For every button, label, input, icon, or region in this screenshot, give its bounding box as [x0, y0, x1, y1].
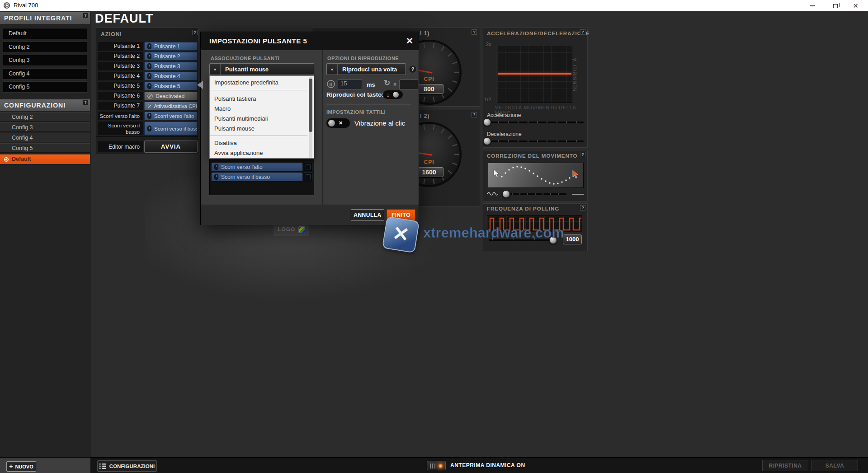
playback-help-icon[interactable]: ? — [409, 65, 417, 73]
mouse-icon — [147, 53, 151, 59]
repeat-count-input[interactable] — [399, 80, 418, 89]
mouse-icon — [147, 43, 151, 49]
ms-unit-label: ms — [367, 81, 375, 88]
toggle-on-light — [439, 464, 443, 468]
menu-item-launch-app[interactable]: Avvia applicazione — [210, 149, 307, 157]
association-dropdown-menu: Impostazione predefinita Pulsanti tastie… — [209, 75, 314, 159]
slider-ticks — [489, 140, 583, 142]
profile-item-config3[interactable]: Config 3 — [3, 55, 87, 66]
watermark-x-logo: ✕ — [382, 216, 420, 253]
action-label: Pulsante 2 — [98, 52, 143, 61]
mouse-icon — [214, 174, 218, 180]
menu-scrollbar-thumb[interactable] — [309, 79, 312, 132]
configs-header: CONFIGURAZIONI — [0, 99, 90, 111]
action-label: Pulsante 1 — [98, 42, 143, 51]
y-max-label: 2x — [486, 42, 491, 47]
vibration-label: Vibrazione al clic — [354, 119, 405, 127]
action-button-scroll-down[interactable]: Scorri verso il basso — [144, 122, 198, 135]
modal-close-button[interactable]: ✕ — [404, 36, 415, 47]
config-item-config4[interactable]: Config 4 — [0, 133, 90, 142]
action-button-pulsante7-cpi[interactable]: Attiva/disattiva CPI — [144, 102, 198, 110]
cpi2-help-icon[interactable]: ? — [472, 112, 477, 117]
actions-help-icon[interactable]: ? — [192, 30, 198, 35]
scroll-down-checkbox[interactable] — [304, 173, 312, 181]
modal-header: IMPOSTAZIONI PULSANTE 5 ✕ — [201, 32, 419, 50]
action-label: Scorri verso il basso — [98, 122, 143, 135]
vibration-toggle[interactable]: ✕ — [326, 118, 350, 128]
polling-value[interactable]: 1000 — [563, 234, 582, 244]
save-button[interactable]: SALVA — [811, 460, 858, 471]
profile-item-config2[interactable]: Config 2 — [3, 42, 87, 53]
correction-path-illustration — [488, 163, 584, 188]
acceleration-slider-knob[interactable] — [483, 118, 491, 126]
action-button-pulsante5[interactable]: Pulsante 5 — [144, 82, 198, 90]
steelseries-logo-icon — [4, 2, 10, 9]
play-key-label: Riproduci col tasto: — [326, 91, 384, 98]
association-section-label: ASSOCIAZIONE PULSANTI — [211, 56, 279, 61]
play-key-toggle[interactable]: ↓ — [383, 90, 403, 99]
sensitivity-curve — [498, 73, 571, 75]
orange-cursor-icon — [573, 170, 578, 178]
config-item-config5[interactable]: Config 5 — [0, 143, 90, 153]
action-button-pulsante1[interactable]: Pulsante 1 — [144, 42, 198, 51]
profile-item-default[interactable]: Default — [3, 28, 87, 39]
cpi-sparkle-icon — [147, 103, 151, 108]
toggle-bars-icon — [430, 464, 435, 468]
deceleration-slider-label: Decelerazione — [487, 131, 522, 137]
cpi1-help-icon[interactable]: ? — [472, 29, 477, 35]
config-item-config2[interactable]: Config 2 — [0, 112, 90, 122]
maximize-button[interactable] — [825, 0, 845, 11]
toggle-knob — [328, 120, 335, 126]
profiles-help-icon[interactable]: ? — [83, 13, 88, 18]
divider — [326, 104, 411, 104]
configurations-button[interactable]: CONFIGURAZIONI — [97, 460, 157, 472]
correction-header: CORREZIONE DEL MOVIMENTO — [487, 153, 578, 159]
acceleration-help-icon[interactable]: ? — [580, 29, 585, 35]
config-item-config3[interactable]: Config 3 — [0, 122, 90, 132]
restore-button[interactable]: RIPRISTINA — [762, 460, 808, 471]
profile-item-config5[interactable]: Config 5 — [3, 81, 87, 93]
delay-ms-input[interactable]: 15 — [338, 80, 362, 89]
close-window-button[interactable]: ✕ — [845, 0, 866, 11]
straight-line-icon — [572, 194, 584, 195]
playback-dropdown-value: Riproduci una volta — [338, 66, 397, 73]
action-button-pulsante2[interactable]: Pulsante 2 — [144, 52, 198, 61]
pause-icon — [327, 80, 335, 88]
association-dropdown[interactable]: ▾ Pulsanti mouse — [209, 63, 314, 75]
macro-start-button[interactable]: AVVIA — [144, 140, 198, 153]
mouse-icon — [214, 164, 218, 170]
polling-help-icon[interactable]: ? — [580, 205, 585, 211]
profile-item-config4[interactable]: Config 4 — [3, 68, 87, 80]
dynamic-preview-toggle[interactable] — [427, 461, 446, 470]
menu-scrollbar[interactable] — [309, 77, 312, 158]
chevron-down-icon: ▾ — [327, 64, 338, 75]
action-button-scroll-up[interactable]: Scorri verso l'alto — [144, 112, 198, 120]
playback-dropdown[interactable]: ▾ Riproduci una volta — [326, 63, 406, 75]
action-button-pulsante3[interactable]: Pulsante 3 — [144, 62, 198, 70]
correction-slider-knob[interactable] — [502, 190, 510, 198]
maximize-icon — [833, 4, 838, 8]
plus-icon: + — [9, 464, 13, 469]
list-icon — [99, 464, 106, 469]
deactivated-icon — [147, 94, 153, 99]
menu-item-mouse[interactable]: Pulsanti mouse — [210, 125, 307, 133]
scroll-up-checkbox[interactable] — [304, 163, 312, 171]
cancel-button[interactable]: ANNULLA — [351, 209, 384, 221]
action-button-pulsante6-deactivated[interactable]: Deactivated — [144, 92, 198, 100]
deceleration-slider-knob[interactable] — [483, 137, 491, 145]
listbox-row-scroll-up[interactable]: Scorri verso l'alto — [212, 163, 302, 171]
menu-item-keyboard[interactable]: Pulsanti tastiera — [210, 95, 307, 103]
minimize-button[interactable] — [802, 0, 823, 11]
action-button-pulsante4[interactable]: Pulsante 4 — [144, 72, 198, 80]
menu-item-macro[interactable]: Macro — [210, 105, 307, 113]
menu-item-default[interactable]: Impostazione predefinita — [210, 79, 307, 87]
menu-item-multimedia[interactable]: Pulsanti multimediali — [210, 115, 307, 123]
repeat-icon: ↻ — [384, 78, 390, 88]
listbox-row-scroll-down[interactable]: Scorri verso il basso — [212, 173, 302, 181]
config-item-default-active[interactable]: Default — [0, 154, 90, 164]
correction-help-icon[interactable]: ? — [580, 152, 585, 157]
menu-item-disable[interactable]: Disattiva — [210, 139, 307, 147]
new-profile-button[interactable]: + NUOVO — [6, 461, 36, 472]
cpi2-header-fragment: I 2) — [420, 113, 429, 119]
configs-help-icon[interactable]: ? — [83, 100, 88, 105]
